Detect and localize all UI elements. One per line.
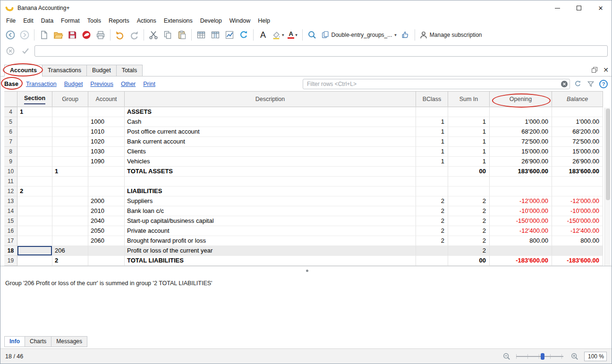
- cell-balance[interactable]: -12'400.00: [552, 226, 603, 236]
- cell-sum_in[interactable]: 2: [448, 236, 490, 246]
- menu-tools[interactable]: Tools: [84, 17, 105, 25]
- cell-bclass[interactable]: 1: [416, 157, 448, 167]
- close-button[interactable]: ✕: [590, 0, 612, 16]
- font-button[interactable]: A: [256, 28, 270, 42]
- rate-template-button[interactable]: [398, 28, 412, 42]
- cell-balance[interactable]: -10'000.00: [552, 206, 603, 216]
- view-link-print[interactable]: Print: [143, 81, 155, 87]
- cell-opening[interactable]: [490, 186, 552, 196]
- cell-opening[interactable]: 72'500.00: [490, 137, 552, 147]
- zoom-in-button[interactable]: [569, 351, 580, 362]
- cell-opening[interactable]: [490, 246, 552, 256]
- row-number[interactable]: 18: [4, 246, 17, 256]
- cell-balance[interactable]: 15'000.00: [552, 147, 603, 157]
- cell-account[interactable]: [88, 246, 125, 256]
- manage-subscription-button[interactable]: Manage subscription: [417, 28, 485, 42]
- col-header-section[interactable]: Section: [17, 92, 52, 107]
- menu-window[interactable]: Window: [226, 17, 254, 25]
- row-number[interactable]: 17: [4, 236, 17, 246]
- cell-account[interactable]: [88, 167, 125, 177]
- cell-account[interactable]: [88, 256, 125, 266]
- cell-account[interactable]: 2010: [88, 206, 125, 216]
- cell-group[interactable]: 2: [52, 256, 88, 266]
- cell-bclass[interactable]: [416, 186, 448, 196]
- back-button[interactable]: [3, 28, 17, 42]
- cell-section[interactable]: [17, 137, 52, 147]
- table-row[interactable]: 162050Private account22-12'400.00-12'400…: [4, 226, 603, 236]
- help-button[interactable]: ?: [599, 80, 608, 88]
- cell-sum_in[interactable]: 2: [448, 206, 490, 216]
- row-number[interactable]: 11: [4, 177, 17, 186]
- undo-button[interactable]: [113, 28, 127, 42]
- cell-opening[interactable]: -183'600.00: [490, 256, 552, 266]
- cell-description[interactable]: Cash: [125, 117, 416, 127]
- scrollbar-thumb[interactable]: [606, 109, 610, 200]
- cell-opening[interactable]: -10'000.00: [490, 206, 552, 216]
- table-settings-button[interactable]: [208, 28, 222, 42]
- cell-opening[interactable]: 183'600.00: [490, 167, 552, 177]
- cell-opening[interactable]: 26'900.00: [490, 157, 552, 167]
- cell-balance[interactable]: 26'900.00: [552, 157, 603, 167]
- table-row[interactable]: 91090Vehicles1126'900.0026'900.00: [4, 157, 603, 167]
- bottom-tab-messages[interactable]: Messages: [51, 336, 87, 347]
- cell-bclass[interactable]: 2: [416, 226, 448, 236]
- zoom-out-button[interactable]: [501, 351, 512, 362]
- row-number[interactable]: 6: [4, 127, 17, 137]
- cut-button[interactable]: [146, 28, 161, 42]
- cell-description[interactable]: Bank loan c/c: [125, 206, 416, 216]
- cell-opening[interactable]: [490, 177, 552, 186]
- cell-account[interactable]: [88, 177, 125, 186]
- view-link-previous[interactable]: Previous: [90, 81, 113, 87]
- font-color-button[interactable]: A ▾: [286, 28, 300, 42]
- cell-balance[interactable]: 72'500.00: [552, 137, 603, 147]
- table-row[interactable]: 122LIABILITIES: [4, 186, 603, 196]
- menu-reports[interactable]: Reports: [105, 17, 133, 25]
- tab-accounts[interactable]: Accounts: [4, 65, 42, 76]
- cell-group[interactable]: [52, 147, 88, 157]
- cell-description[interactable]: LIABILITIES: [125, 186, 416, 196]
- panel-splitter[interactable]: [0, 266, 612, 271]
- cell-bclass[interactable]: [416, 246, 448, 256]
- cell-description[interactable]: Vehicles: [125, 157, 416, 167]
- save-button[interactable]: [65, 28, 79, 42]
- cell-description[interactable]: Suppliers: [125, 196, 416, 206]
- table-row[interactable]: 132000Suppliers22-12'000.00-12'000.00: [4, 196, 603, 206]
- cell-balance[interactable]: 183'600.00: [552, 167, 603, 177]
- cell-account[interactable]: [88, 107, 125, 117]
- cell-sum_in[interactable]: 2: [448, 196, 490, 206]
- table-row[interactable]: 61010Post office current account1168'200…: [4, 127, 603, 137]
- cell-description[interactable]: Start-up capital/business capital: [125, 216, 416, 226]
- col-header-bclass[interactable]: BClass: [416, 92, 448, 107]
- table-row[interactable]: 172060Brought forward profit or loss2280…: [4, 236, 603, 246]
- insert-rows-button[interactable]: [194, 28, 208, 42]
- row-number[interactable]: 10: [4, 167, 17, 177]
- row-number[interactable]: 15: [4, 216, 17, 226]
- cell-group[interactable]: [52, 206, 88, 216]
- cell-sum_in[interactable]: 1: [448, 137, 490, 147]
- template-selector[interactable]: Double-entry_groups_... ▾: [319, 28, 398, 42]
- table-row[interactable]: 11: [4, 177, 603, 186]
- zoom-slider-thumb[interactable]: [541, 353, 544, 360]
- refresh-filter-button[interactable]: [572, 78, 583, 90]
- row-number[interactable]: 12: [4, 186, 17, 196]
- cell-account[interactable]: 2000: [88, 196, 125, 206]
- col-header-group[interactable]: Group: [52, 92, 88, 107]
- cell-section[interactable]: [17, 236, 52, 246]
- row-number[interactable]: 13: [4, 196, 17, 206]
- cell-bclass[interactable]: [416, 107, 448, 117]
- chart-button[interactable]: [222, 28, 237, 42]
- cell-opening[interactable]: -12'000.00: [490, 196, 552, 206]
- row-number[interactable]: 16: [4, 226, 17, 236]
- cell-sum_in[interactable]: 2: [448, 216, 490, 226]
- row-number[interactable]: 7: [4, 137, 17, 147]
- cell-sum_in[interactable]: [448, 107, 490, 117]
- cell-balance[interactable]: [552, 246, 603, 256]
- copy-button[interactable]: [161, 28, 175, 42]
- cell-account[interactable]: 2040: [88, 216, 125, 226]
- recalculate-button[interactable]: [237, 28, 251, 42]
- menu-extensions[interactable]: Extensions: [160, 17, 196, 25]
- cell-group[interactable]: [52, 137, 88, 147]
- cell-group[interactable]: 1: [52, 167, 88, 177]
- menu-data[interactable]: Data: [37, 17, 57, 25]
- table-row[interactable]: 101TOTAL ASSETS00183'600.00183'600.00: [4, 167, 603, 177]
